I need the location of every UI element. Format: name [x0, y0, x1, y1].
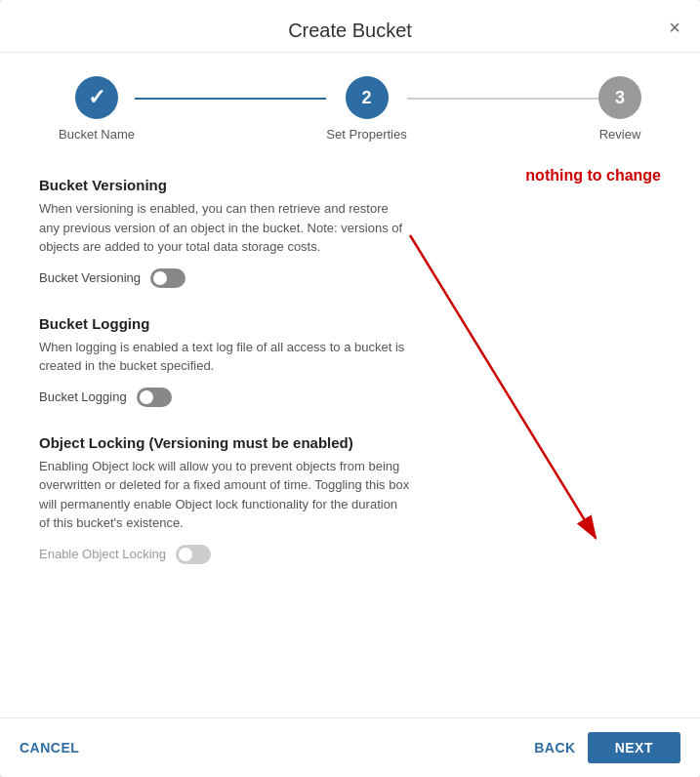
- back-button[interactable]: BACK: [534, 732, 575, 763]
- cancel-button[interactable]: CANCEL: [20, 740, 79, 756]
- toggle-thumb-3: [179, 548, 192, 561]
- step-1-label: Bucket Name: [59, 127, 135, 142]
- modal-header: Create Bucket ×: [0, 0, 700, 53]
- create-bucket-modal: Create Bucket × ✓ Bucket Name 2 Set Prop…: [0, 0, 700, 777]
- connector-1-2: [135, 98, 326, 100]
- step-set-properties: 2 Set Properties: [326, 76, 406, 142]
- step-3-circle: 3: [598, 76, 641, 119]
- annotation-text: nothing to change: [525, 167, 661, 184]
- bucket-logging-toggle[interactable]: [137, 388, 172, 407]
- toggle-thumb: [153, 271, 167, 285]
- step-2-number: 2: [362, 88, 372, 108]
- bucket-logging-label: Bucket Logging: [39, 389, 127, 404]
- step-1-circle: ✓: [75, 76, 118, 119]
- step-review: 3 Review: [598, 76, 641, 142]
- connector-2-3: [407, 98, 598, 100]
- step-2-circle: 2: [346, 76, 389, 119]
- toggle-thumb-2: [140, 390, 153, 404]
- object-locking-toggle-row: Enable Object Locking: [39, 545, 661, 564]
- modal-title: Create Bucket: [288, 20, 412, 42]
- step-2-label: Set Properties: [326, 127, 406, 142]
- object-locking-desc: Enabling Object lock will allow you to p…: [39, 457, 410, 533]
- stepper: ✓ Bucket Name 2 Set Properties 3 Review: [0, 53, 700, 157]
- object-locking-label: Enable Object Locking: [39, 547, 166, 561]
- bucket-logging-desc: When logging is enabled a text log file …: [39, 338, 410, 376]
- object-locking-section: Object Locking (Versioning must be enabl…: [39, 434, 661, 564]
- object-locking-title: Object Locking (Versioning must be enabl…: [39, 434, 661, 451]
- bucket-logging-title: Bucket Logging: [39, 315, 661, 332]
- next-button[interactable]: NEXT: [588, 732, 680, 763]
- bucket-logging-section: Bucket Logging When logging is enabled a…: [39, 315, 661, 407]
- bucket-versioning-label: Bucket Versioning: [39, 270, 141, 285]
- bucket-versioning-toggle-row: Bucket Versioning: [39, 268, 661, 288]
- step-3-number: 3: [615, 88, 625, 108]
- checkmark-icon: ✓: [88, 85, 105, 110]
- modal-footer: CANCEL BACK NEXT: [0, 717, 700, 777]
- bucket-versioning-toggle[interactable]: [150, 268, 185, 288]
- bucket-versioning-desc: When versioning is enabled, you can then…: [39, 199, 410, 257]
- modal-content: nothing to change Bucket Versioning When…: [0, 157, 700, 717]
- object-locking-toggle[interactable]: [176, 545, 211, 564]
- step-bucket-name: ✓ Bucket Name: [59, 76, 135, 142]
- bucket-logging-toggle-row: Bucket Logging: [39, 388, 661, 407]
- close-button[interactable]: ×: [669, 18, 680, 37]
- step-3-label: Review: [599, 127, 641, 142]
- footer-right: BACK NEXT: [534, 732, 680, 763]
- bucket-versioning-section: Bucket Versioning When versioning is ena…: [39, 177, 661, 288]
